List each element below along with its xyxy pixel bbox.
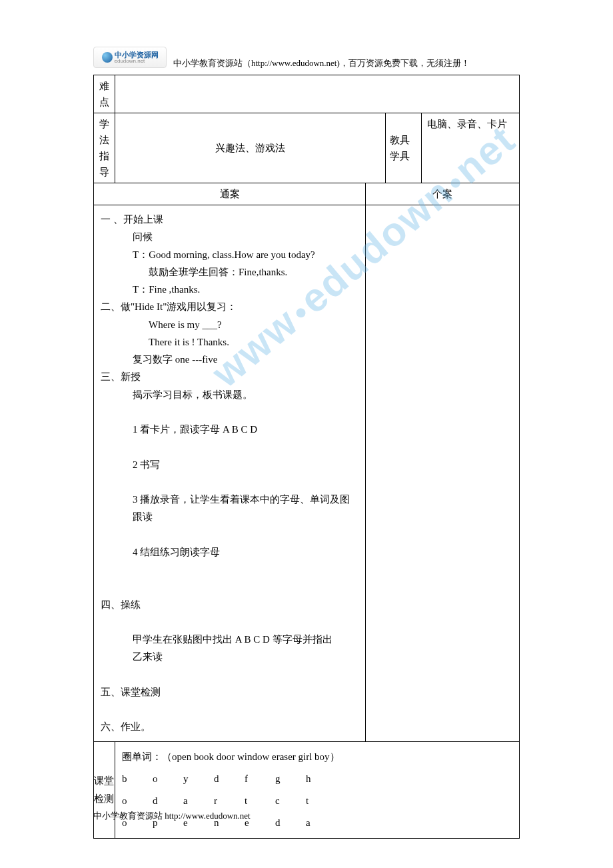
section-3-line: 揭示学习目标，板书课题。 — [101, 386, 358, 403]
section-4-line: 乙来读 — [101, 648, 358, 665]
section-1-title: 一 、开始上课 — [101, 211, 358, 228]
logo-title: 中小学资源网 — [115, 51, 159, 59]
section-1-line: T：Fine ,thanks. — [101, 281, 358, 298]
method-row: 学法指导 兴趣法、游戏法 教具学具 电脑、录音、卡片 — [94, 113, 519, 183]
lesson-content: 一 、开始上课 问候 T：Good morning, class.How are… — [94, 205, 366, 741]
site-logo: 中小学资源网 edudown.net — [93, 47, 167, 68]
tools-content: 电脑、录音、卡片 — [422, 113, 519, 183]
section-3-title: 三、新授 — [101, 368, 358, 385]
lesson-plan-table: 难点 学法指导 兴趣法、游戏法 教具学具 电脑、录音、卡片 通案 个案 一 、开… — [93, 75, 520, 839]
classroom-test-row: 课堂检测 圈单词：（open book door window eraser g… — [94, 742, 519, 839]
section-4-title: 四、操练 — [101, 596, 358, 613]
page-header: 中小学资源网 edudown.net 中小学教育资源站（http://www.e… — [93, 45, 470, 69]
letter-grid-row-1: odartct — [122, 790, 512, 812]
difficulty-label: 难点 — [94, 75, 115, 113]
lesson-side-column — [366, 205, 519, 741]
page-footer: 中小学教育资源站 http://www.edudown.net — [93, 810, 251, 822]
section-6-title: 六、作业。 — [101, 718, 358, 735]
section-1-line: T：Good morning, class.How are you today? — [101, 246, 358, 263]
section-3-line: 2 书写 — [101, 456, 358, 473]
section-1-line: 鼓励全班学生回答：Fine,thanks. — [101, 263, 358, 281]
section-3-line: 4 结组练习朗读字母 — [101, 543, 358, 561]
test-content: 圈单词：（open book door window eraser girl b… — [115, 742, 519, 838]
section-4-line: 甲学生在张贴图中找出 A B C D 等字母并指出 — [101, 631, 358, 648]
section-2-line: 复习数字 one ---five — [101, 351, 358, 368]
section-2-line: There it is ! Thanks. — [101, 333, 358, 351]
plan-right-header: 个案 — [366, 183, 519, 205]
test-label: 课堂检测 — [94, 742, 115, 838]
section-2-title: 二、做"Hide It"游戏用以复习： — [101, 298, 358, 315]
test-prompt: 圈单词：（open book door window eraser girl b… — [122, 746, 512, 768]
section-3-line: 1 看卡片，跟读字母 A B C D — [101, 421, 358, 438]
method-content: 兴趣法、游戏法 — [115, 113, 386, 183]
difficulty-row: 难点 — [94, 75, 519, 113]
difficulty-content — [115, 75, 519, 113]
section-5-title: 五、课堂检测 — [101, 683, 358, 701]
section-3-line: 3 播放录音，让学生看着课本中的字母、单词及图跟读 — [101, 491, 358, 526]
method-label: 学法指导 — [94, 113, 115, 183]
tools-label: 教具学具 — [386, 113, 422, 183]
section-1-line: 问候 — [101, 228, 358, 245]
plan-left-header: 通案 — [94, 183, 366, 205]
lesson-body-row: 一 、开始上课 问候 T：Good morning, class.How are… — [94, 205, 519, 742]
plan-header-row: 通案 个案 — [94, 183, 519, 205]
logo-subtitle: edudown.net — [115, 59, 159, 64]
section-2-line: Where is my ___? — [101, 316, 358, 333]
header-caption: 中小学教育资源站（http://www.edudown.net)，百万资源免费下… — [173, 45, 470, 69]
globe-icon — [102, 52, 113, 63]
letter-grid-row-0: boydfgh — [122, 768, 512, 790]
